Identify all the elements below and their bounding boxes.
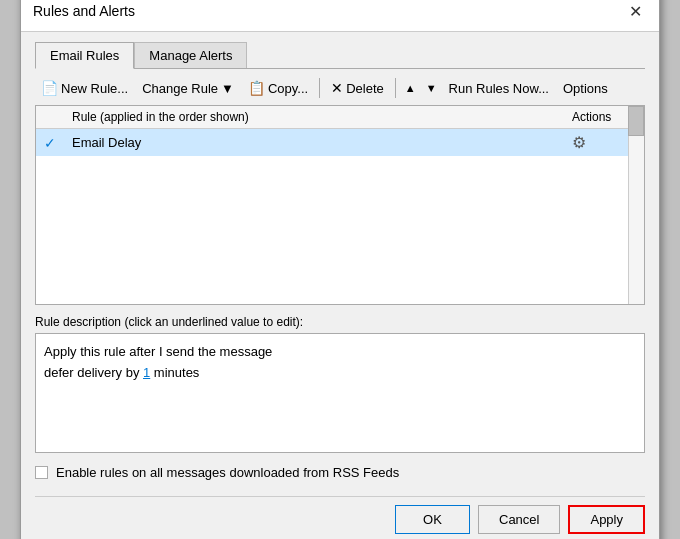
scrollbar[interactable] bbox=[628, 106, 644, 304]
col-rule-header: Rule (applied in the order shown) bbox=[64, 106, 564, 129]
apply-button[interactable]: Apply bbox=[568, 505, 645, 534]
actions-settings-icon: ⚙ bbox=[572, 134, 586, 151]
run-rules-now-button[interactable]: Run Rules Now... bbox=[443, 78, 555, 99]
rule-checkmark-icon: ✓ bbox=[44, 135, 56, 151]
rules-and-alerts-dialog: Rules and Alerts ✕ Email Rules Manage Al… bbox=[20, 0, 660, 539]
run-rules-now-label: Run Rules Now... bbox=[449, 81, 549, 96]
rule-checkbox-cell: ✓ bbox=[36, 129, 64, 157]
rss-label: Enable rules on all messages downloaded … bbox=[56, 465, 399, 480]
col-check bbox=[36, 106, 64, 129]
description-line2-prefix: defer delivery by bbox=[44, 365, 143, 380]
move-down-button[interactable]: ▼ bbox=[422, 80, 441, 96]
copy-button[interactable]: 📋 Copy... bbox=[242, 77, 314, 99]
copy-label: Copy... bbox=[268, 81, 308, 96]
copy-icon: 📋 bbox=[248, 80, 265, 96]
options-button[interactable]: Options bbox=[557, 78, 614, 99]
new-rule-button[interactable]: 📄 New Rule... bbox=[35, 77, 134, 99]
change-rule-button[interactable]: Change Rule ▼ bbox=[136, 78, 240, 99]
description-label: Rule description (click an underlined va… bbox=[35, 315, 645, 329]
change-rule-chevron-icon: ▼ bbox=[221, 81, 234, 96]
rss-row: Enable rules on all messages downloaded … bbox=[35, 465, 645, 480]
rules-table-container[interactable]: Rule (applied in the order shown) Action… bbox=[35, 105, 645, 305]
close-button[interactable]: ✕ bbox=[623, 0, 647, 23]
options-label: Options bbox=[563, 81, 608, 96]
toolbar-separator-2 bbox=[395, 78, 396, 98]
tab-email-rules[interactable]: Email Rules bbox=[35, 42, 134, 69]
bottom-buttons: OK Cancel Apply bbox=[35, 496, 645, 538]
scroll-thumb[interactable] bbox=[628, 106, 644, 136]
tabs-container: Email Rules Manage Alerts bbox=[35, 42, 645, 69]
change-rule-label: Change Rule bbox=[142, 81, 218, 96]
dialog-body: Email Rules Manage Alerts 📄 New Rule... … bbox=[21, 32, 659, 539]
toolbar: 📄 New Rule... Change Rule ▼ 📋 Copy... ✕ … bbox=[35, 77, 645, 99]
delete-label: Delete bbox=[346, 81, 384, 96]
ok-button[interactable]: OK bbox=[395, 505, 470, 534]
table-header-row: Rule (applied in the order shown) Action… bbox=[36, 106, 644, 129]
new-rule-icon: 📄 bbox=[41, 80, 58, 96]
table-row[interactable]: ✓ Email Delay ⚙ bbox=[36, 129, 644, 157]
new-rule-label: New Rule... bbox=[61, 81, 128, 96]
cancel-button[interactable]: Cancel bbox=[478, 505, 560, 534]
description-line2-suffix: minutes bbox=[150, 365, 199, 380]
delete-icon: ✕ bbox=[331, 80, 343, 96]
rss-checkbox[interactable] bbox=[35, 466, 48, 479]
description-box: Apply this rule after I send the message… bbox=[35, 333, 645, 453]
tab-manage-alerts[interactable]: Manage Alerts bbox=[134, 42, 247, 68]
toolbar-separator-1 bbox=[319, 78, 320, 98]
dialog-title: Rules and Alerts bbox=[33, 3, 135, 19]
rules-table: Rule (applied in the order shown) Action… bbox=[36, 106, 644, 156]
move-up-button[interactable]: ▲ bbox=[401, 80, 420, 96]
delete-button[interactable]: ✕ Delete bbox=[325, 77, 390, 99]
rule-name-cell: Email Delay bbox=[64, 129, 564, 157]
title-bar: Rules and Alerts ✕ bbox=[21, 0, 659, 32]
description-line2: defer delivery by 1 minutes bbox=[44, 363, 636, 384]
description-line1: Apply this rule after I send the message bbox=[44, 342, 636, 363]
